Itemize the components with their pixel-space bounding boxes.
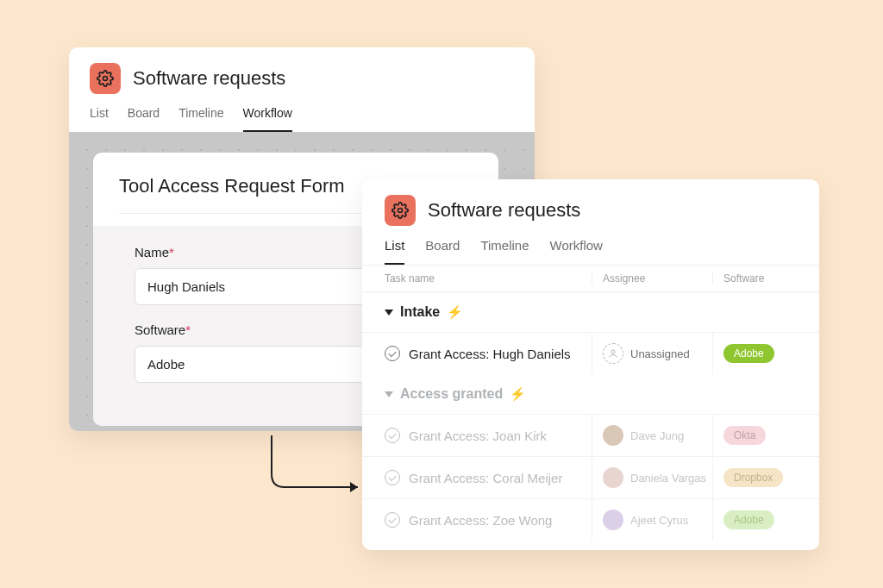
tab-timeline[interactable]: Timeline	[480, 238, 529, 265]
avatar	[603, 510, 623, 530]
software-pill: Okta	[723, 426, 766, 445]
tab-list[interactable]: List	[90, 106, 109, 132]
task-row[interactable]: Grant Access: Joan Kirk Dave Jung Okta	[362, 414, 819, 456]
task-cell: Grant Access: Hugh Daniels	[362, 346, 592, 361]
table-header: Task name Assignee Software	[362, 265, 819, 292]
assignee-cell[interactable]: Dave Jung	[592, 415, 712, 456]
tab-board[interactable]: Board	[425, 238, 460, 265]
task-row[interactable]: Grant Access: Hugh Daniels Unassigned Ad…	[362, 332, 819, 374]
section-intake[interactable]: Intake ⚡	[362, 292, 819, 332]
section-label: Intake	[400, 304, 440, 320]
bolt-icon: ⚡	[510, 386, 526, 402]
avatar	[603, 425, 623, 446]
arrow-icon	[259, 435, 371, 504]
gear-icon	[385, 195, 416, 226]
software-cell[interactable]: Dropbox	[712, 457, 819, 498]
col-software-header: Software	[712, 272, 819, 285]
tab-workflow[interactable]: Workflow	[550, 238, 603, 265]
software-pill: Adobe	[723, 344, 774, 363]
bolt-icon: ⚡	[447, 304, 463, 320]
name-label-text: Name	[135, 245, 169, 260]
assignee-cell[interactable]: Unassigned	[592, 333, 712, 374]
software-pill: Adobe	[723, 510, 774, 529]
title-row: Software requests	[90, 63, 514, 94]
title-row: Software requests	[385, 195, 797, 226]
check-circle-icon[interactable]	[385, 346, 400, 361]
task-cell: Grant Access: Coral Meijer	[362, 470, 592, 485]
section-access-granted[interactable]: Access granted ⚡	[362, 374, 819, 414]
chevron-down-icon	[385, 310, 393, 316]
required-marker: *	[185, 322, 191, 337]
svg-point-1	[398, 209, 403, 213]
tab-list[interactable]: List	[385, 238, 404, 265]
tab-workflow[interactable]: Workflow	[243, 106, 292, 132]
assignee-name: Daniela Vargas	[630, 472, 706, 485]
check-circle-icon[interactable]	[385, 428, 400, 443]
card-header: Software requests List Board Timeline Wo…	[69, 47, 535, 132]
assignee-cell[interactable]: Ajeet Cyrus	[592, 499, 712, 541]
tabs: List Board Timeline Workflow	[385, 238, 797, 265]
gear-icon	[90, 63, 121, 94]
software-pill: Dropbox	[723, 468, 783, 487]
svg-point-2	[611, 350, 615, 353]
svg-point-0	[103, 77, 108, 81]
software-label-text: Software	[135, 322, 185, 337]
list-card: Software requests List Board Timeline Wo…	[362, 179, 819, 550]
project-title: Software requests	[428, 199, 580, 222]
assignee-name: Dave Jung	[630, 429, 684, 442]
software-cell[interactable]: Okta	[712, 415, 819, 456]
assignee-name: Unassigned	[630, 347, 690, 360]
task-cell: Grant Access: Zoe Wong	[362, 512, 592, 528]
card-header: Software requests List Board Timeline Wo…	[362, 179, 819, 265]
task-row[interactable]: Grant Access: Zoe Wong Ajeet Cyrus Adobe	[362, 498, 819, 541]
col-task-header: Task name	[362, 272, 592, 285]
assignee-name: Ajeet Cyrus	[630, 514, 688, 527]
software-cell[interactable]: Adobe	[712, 333, 819, 374]
tabs: List Board Timeline Workflow	[90, 106, 514, 132]
avatar	[603, 467, 623, 488]
tab-timeline[interactable]: Timeline	[178, 106, 223, 132]
task-name: Grant Access: Coral Meijer	[409, 471, 562, 485]
project-title: Software requests	[133, 67, 285, 90]
chevron-down-icon	[385, 391, 393, 397]
required-marker: *	[169, 245, 174, 260]
col-assignee-header: Assignee	[592, 272, 712, 285]
task-name: Grant Access: Joan Kirk	[409, 428, 547, 443]
section-label: Access granted	[400, 386, 503, 402]
assignee-cell[interactable]: Daniela Vargas	[592, 457, 712, 498]
software-cell[interactable]: Adobe	[712, 499, 819, 541]
task-name: Grant Access: Hugh Daniels	[409, 347, 571, 361]
check-circle-icon[interactable]	[385, 512, 400, 528]
task-row[interactable]: Grant Access: Coral Meijer Daniela Varga…	[362, 456, 819, 498]
tab-board[interactable]: Board	[128, 106, 160, 132]
person-icon	[603, 343, 623, 364]
task-cell: Grant Access: Joan Kirk	[362, 428, 592, 443]
task-name: Grant Access: Zoe Wong	[409, 513, 552, 528]
check-circle-icon[interactable]	[385, 470, 400, 485]
